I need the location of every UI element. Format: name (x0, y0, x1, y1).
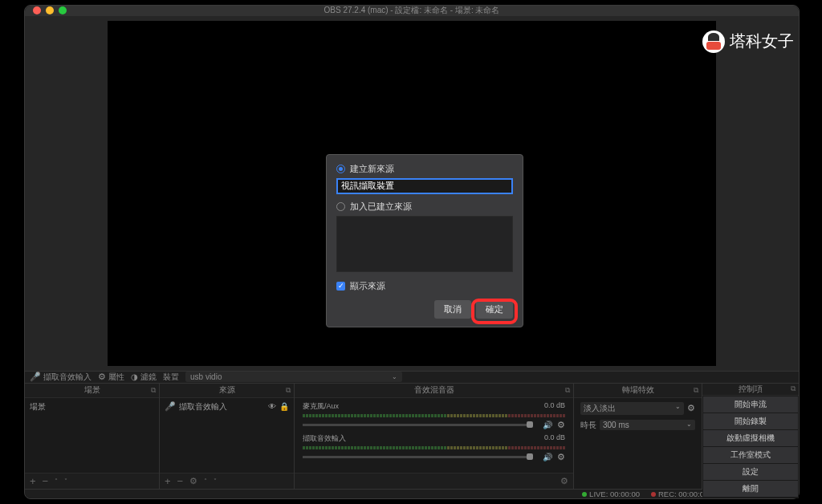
radio-add-existing[interactable] (336, 202, 345, 211)
audio-meter (303, 446, 565, 449)
add-scene-button[interactable]: + (30, 475, 36, 487)
mic-icon: 🎤 (165, 401, 176, 412)
scene-item[interactable]: 場景 (28, 400, 156, 414)
mixer-title: 音效混音器 (414, 384, 454, 396)
popout-icon[interactable]: ⧉ (694, 386, 698, 395)
watermark-icon (702, 30, 725, 53)
popout-icon[interactable]: ⧉ (151, 386, 156, 395)
controls-panel: 控制項⧉ 開始串流 開始錄製 啟動虛擬相機 工作室模式 設定 離開 (702, 384, 799, 489)
lock-icon[interactable]: 🔒 (279, 402, 289, 411)
speaker-icon[interactable]: 🔊 (543, 453, 552, 461)
start-record-button[interactable]: 開始錄製 (703, 413, 798, 429)
exit-button[interactable]: 離開 (703, 481, 798, 497)
gear-icon[interactable]: ⚙ (557, 452, 565, 462)
label-create-new: 建立新來源 (350, 163, 394, 175)
source-toolbar: 🎤擷取音效輸入 ⚙屬性 ◑濾鏡 裝置 usb vidio⌄ (25, 371, 799, 383)
add-source-dialog: 建立新來源 加入已建立來源 ✓ 顯示來源 取消 確定 (326, 154, 523, 327)
scenes-title: 場景 (84, 384, 100, 396)
watermark-text: 塔科女子 (730, 30, 794, 52)
transition-select[interactable]: 淡入淡出⌄ (580, 402, 684, 415)
popout-icon[interactable]: ⧉ (565, 386, 570, 395)
cancel-button[interactable]: 取消 (434, 300, 471, 319)
add-source-button[interactable]: + (165, 475, 171, 487)
label-add-existing: 加入已建立來源 (350, 201, 412, 213)
statusbar: LIVE: 00:00:00 REC: 00:00:00 CPU: 5.3%,3… (25, 489, 799, 498)
label-show-source: 顯示來源 (350, 280, 385, 292)
mic-icon: 🎤 (30, 372, 41, 382)
window-title: OBS 27.2.4 (mac) - 設定檔: 未命名 - 場景: 未命名 (25, 5, 799, 16)
scene-up-button[interactable]: ˄ (55, 478, 58, 485)
popout-icon[interactable]: ⧉ (791, 384, 796, 393)
preview-area: 塔科女子 建立新來源 加入已建立來源 ✓ 顯示來源 取消 確定 (25, 16, 799, 371)
remove-source-button[interactable]: − (177, 475, 184, 487)
radio-create-new[interactable] (336, 165, 345, 173)
live-dot-icon (582, 492, 587, 497)
gear-icon[interactable]: ⚙ (687, 403, 695, 413)
stepper-icon: ⌄ (686, 421, 692, 429)
popout-icon[interactable]: ⧉ (286, 386, 291, 395)
mixer-channel: 擷取音效輸入0.0 dB 🔊⚙ (298, 432, 570, 464)
remove-scene-button[interactable]: − (43, 475, 49, 487)
duration-label: 時長 (580, 420, 596, 431)
device-label: 裝置 (163, 372, 179, 383)
volume-slider[interactable] (303, 456, 533, 458)
ok-button[interactable]: 確定 (476, 300, 513, 319)
start-stream-button[interactable]: 開始串流 (703, 396, 798, 413)
source-down-button[interactable]: ˅ (214, 478, 217, 485)
filters-icon: ◑ (131, 372, 138, 381)
transitions-panel: 轉場特效⧉ 淡入淡出⌄ ⚙ 時長 300 ms⌄ (574, 384, 702, 489)
audio-meter (303, 414, 565, 417)
source-name-input[interactable] (336, 178, 513, 194)
source-item[interactable]: 🎤 擷取音效輸入 👁 🔒 (163, 400, 291, 414)
filters-button[interactable]: ◑濾鏡 (131, 372, 157, 383)
transitions-title: 轉場特效 (622, 384, 654, 396)
speaker-icon[interactable]: 🔊 (543, 421, 552, 429)
studio-mode-button[interactable]: 工作室模式 (703, 447, 798, 463)
props-button[interactable]: ⚙屬性 (98, 372, 124, 383)
live-status: LIVE: 00:00:00 (582, 490, 640, 498)
existing-sources-list[interactable] (336, 216, 513, 272)
gear-icon: ⚙ (98, 372, 106, 382)
toolbar-source-label: 擷取音效輸入 (43, 372, 92, 383)
source-up-button[interactable]: ˄ (204, 478, 207, 485)
sources-title: 來源 (219, 384, 235, 396)
watermark: 塔科女子 (702, 30, 794, 53)
sources-panel: 來源⧉ 🎤 擷取音效輸入 👁 🔒 + − ⚙ ˄ ˅ (160, 384, 295, 489)
scene-down-button[interactable]: ˅ (64, 478, 67, 485)
mixer-settings-button[interactable]: ⚙ (560, 476, 568, 486)
mixer-channel: 麥克風/Aux0.0 dB 🔊⚙ (298, 400, 570, 432)
chevron-down-icon: ⌄ (392, 373, 397, 380)
duration-input[interactable]: 300 ms⌄ (600, 420, 695, 430)
obs-window: OBS 27.2.4 (mac) - 設定檔: 未命名 - 場景: 未命名 塔科… (24, 5, 800, 499)
rec-status: REC: 00:00:00 (651, 490, 708, 498)
source-props-button[interactable]: ⚙ (189, 476, 197, 486)
settings-button[interactable]: 設定 (703, 464, 798, 480)
rec-dot-icon (651, 492, 656, 497)
scenes-panel: 場景⧉ 場景 + − ˄ ˅ (25, 384, 160, 489)
checkbox-show-source[interactable]: ✓ (336, 282, 345, 291)
device-select[interactable]: usb vidio⌄ (185, 372, 402, 382)
virtual-cam-button[interactable]: 啟動虛擬相機 (703, 430, 798, 446)
eye-icon[interactable]: 👁 (268, 402, 276, 411)
titlebar: OBS 27.2.4 (mac) - 設定檔: 未命名 - 場景: 未命名 (25, 6, 799, 16)
volume-slider[interactable] (303, 424, 533, 426)
chevron-down-icon: ⌄ (675, 403, 681, 414)
controls-title: 控制項 (739, 384, 763, 395)
mixer-panel: 音效混音器⧉ 麥克風/Aux0.0 dB 🔊⚙ 擷取音效輸入0.0 dB 🔊⚙ … (295, 384, 574, 489)
docks: 場景⧉ 場景 + − ˄ ˅ 來源⧉ 🎤 擷取音效輸入 👁 🔒 (25, 383, 799, 489)
gear-icon[interactable]: ⚙ (557, 420, 565, 430)
